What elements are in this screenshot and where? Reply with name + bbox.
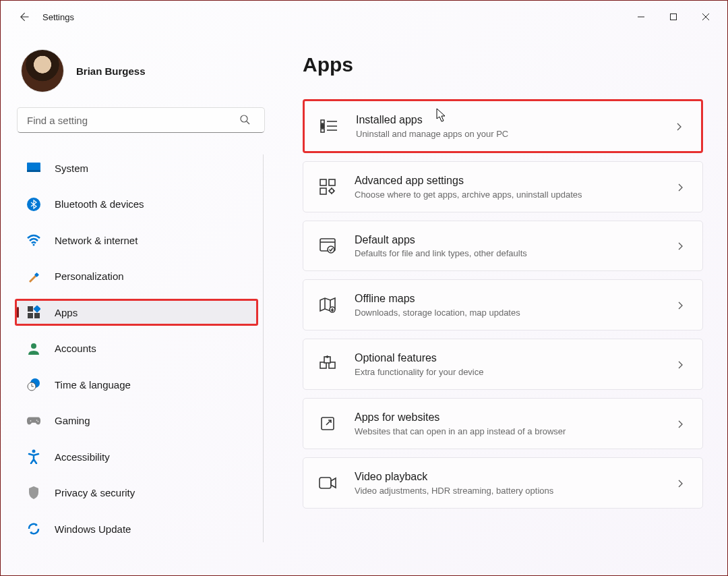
card-subtitle: Choose where to get apps, archive apps, …: [355, 190, 677, 200]
svg-line-5: [247, 121, 249, 124]
gamepad-icon: [26, 413, 41, 428]
installed-apps-icon: [320, 117, 338, 136]
video-icon: [318, 473, 337, 492]
svg-point-15: [31, 343, 36, 349]
card-offline-maps[interactable]: Offline maps Downloads, storage location…: [303, 279, 703, 330]
svg-point-4: [241, 115, 247, 122]
nav-item-system[interactable]: System: [17, 154, 256, 181]
wifi-icon: [26, 233, 41, 248]
svg-rect-12: [33, 306, 40, 313]
card-apps-for-websites[interactable]: Apps for websites Websites that can open…: [303, 398, 703, 449]
avatar: [21, 49, 64, 92]
card-title: Offline maps: [355, 292, 677, 306]
card-subtitle: Uninstall and manage apps on your PC: [356, 129, 675, 139]
nav-item-network[interactable]: Network & internet: [17, 227, 256, 254]
window-title: Settings: [42, 12, 74, 22]
card-video-playback[interactable]: Video playback Video adjustments, HDR st…: [303, 457, 703, 509]
external-link-icon: [318, 414, 337, 433]
content-area: Apps Installed apps Uninstall and manage…: [270, 33, 727, 575]
nav-item-bluetooth[interactable]: Bluetooth & devices: [17, 191, 256, 218]
advanced-settings-icon: [318, 177, 337, 196]
nav-item-accounts[interactable]: Accounts: [17, 335, 256, 362]
svg-rect-13: [28, 313, 33, 318]
chevron-right-icon: [677, 419, 686, 428]
nav-item-personalization[interactable]: Personalization: [17, 263, 256, 290]
svg-rect-26: [321, 129, 324, 132]
svg-rect-24: [321, 120, 324, 123]
nav-item-update[interactable]: Windows Update: [17, 515, 256, 542]
nav-item-time[interactable]: Time & language: [17, 371, 256, 398]
card-title: Optional features: [355, 351, 677, 366]
svg-point-23: [32, 450, 36, 453]
maximize-button[interactable]: [657, 3, 690, 30]
svg-rect-30: [320, 179, 326, 185]
card-title: Advanced app settings: [355, 174, 677, 188]
chevron-right-icon: [677, 241, 686, 250]
bluetooth-icon: [26, 197, 41, 212]
sidebar: Brian Burgess System Bluetooth & devices: [1, 33, 270, 575]
nav-item-gaming[interactable]: Gaming: [17, 407, 256, 434]
minimize-button[interactable]: [625, 3, 657, 30]
svg-point-22: [38, 421, 39, 422]
nav-item-apps[interactable]: Apps: [15, 299, 258, 326]
sync-icon: [26, 521, 41, 536]
nav-item-privacy[interactable]: Privacy & security: [17, 480, 256, 507]
svg-point-21: [36, 420, 38, 421]
person-icon: [26, 341, 41, 356]
nav-list: System Bluetooth & devices Network & int…: [17, 154, 256, 542]
paintbrush-icon: [26, 269, 41, 284]
nav-label: Gaming: [55, 415, 90, 426]
svg-rect-46: [320, 478, 331, 488]
page-title: Apps: [303, 53, 703, 76]
svg-rect-14: [34, 313, 40, 318]
nav-item-accessibility[interactable]: Accessibility: [17, 443, 256, 470]
card-subtitle: Extra functionality for your device: [355, 367, 677, 377]
search-input[interactable]: [17, 107, 265, 133]
system-icon: [26, 161, 41, 175]
close-button[interactable]: [690, 3, 722, 30]
card-optional-features[interactable]: Optional features Extra functionality fo…: [303, 339, 703, 390]
card-installed-apps[interactable]: Installed apps Uninstall and manage apps…: [303, 99, 703, 153]
svg-rect-28: [321, 124, 324, 127]
nav-label: Accessibility: [55, 451, 110, 463]
svg-rect-11: [28, 306, 33, 312]
card-default-apps[interactable]: Default apps Defaults for file and link …: [303, 221, 703, 272]
card-title: Video playback: [355, 470, 677, 484]
svg-rect-32: [320, 188, 326, 194]
svg-rect-1: [671, 14, 677, 20]
card-title: Default apps: [355, 233, 677, 248]
svg-rect-31: [329, 179, 335, 185]
shield-icon: [26, 486, 41, 500]
optional-features-icon: [318, 355, 337, 374]
profile-name: Brian Burgess: [76, 65, 146, 77]
nav-label: Network & internet: [55, 235, 138, 246]
search-icon: [239, 114, 250, 125]
accessibility-icon: [26, 449, 41, 464]
default-apps-icon: [318, 236, 337, 255]
svg-rect-7: [27, 170, 40, 172]
card-subtitle: Websites that can open in an app instead…: [355, 426, 677, 436]
chevron-right-icon: [677, 478, 686, 488]
nav-label: System: [55, 163, 88, 174]
card-title: Apps for websites: [355, 411, 677, 425]
nav-label: Windows Update: [55, 523, 131, 535]
svg-point-33: [330, 189, 334, 193]
card-subtitle: Defaults for file and link types, other …: [355, 248, 677, 258]
nav-label: Accounts: [55, 343, 96, 354]
chevron-right-icon: [677, 300, 686, 310]
profile-block[interactable]: Brian Burgess: [17, 49, 264, 92]
nav-label: Privacy & security: [55, 487, 135, 498]
card-subtitle: Downloads, storage location, map updates: [355, 308, 677, 318]
nav-label: Personalization: [55, 270, 124, 282]
chevron-right-icon: [675, 121, 685, 131]
card-subtitle: Video adjustments, HDR streaming, batter…: [355, 486, 677, 496]
card-advanced-app-settings[interactable]: Advanced app settings Choose where to ge…: [303, 161, 703, 212]
nav-label: Time & language: [55, 379, 131, 391]
card-title: Installed apps: [356, 113, 675, 127]
back-button[interactable]: [17, 10, 30, 24]
svg-point-36: [328, 246, 334, 253]
nav-label: Bluetooth & devices: [55, 198, 144, 210]
svg-point-20: [30, 420, 32, 422]
clock-globe-icon: [26, 377, 41, 392]
chevron-right-icon: [677, 359, 686, 369]
